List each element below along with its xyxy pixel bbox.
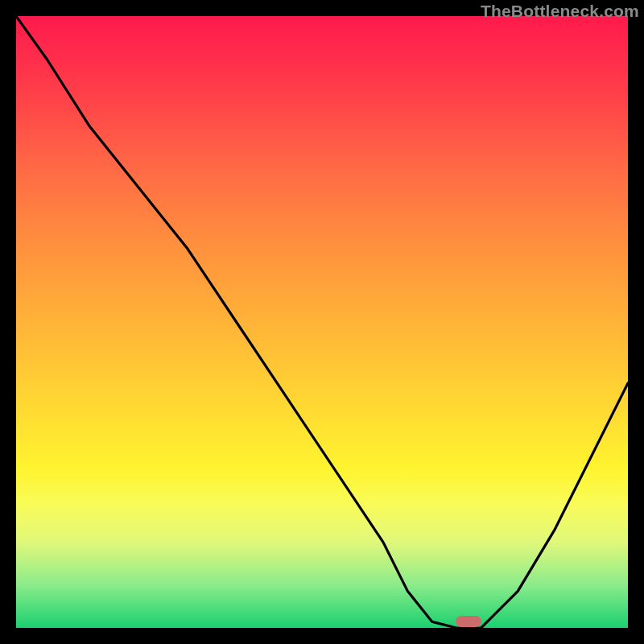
bottleneck-curve [16, 16, 628, 628]
watermark-text: TheBottleneck.com [481, 2, 639, 21]
plot-area [16, 16, 628, 628]
chart-frame: TheBottleneck.com [0, 0, 644, 644]
optimal-point-marker [456, 616, 481, 627]
